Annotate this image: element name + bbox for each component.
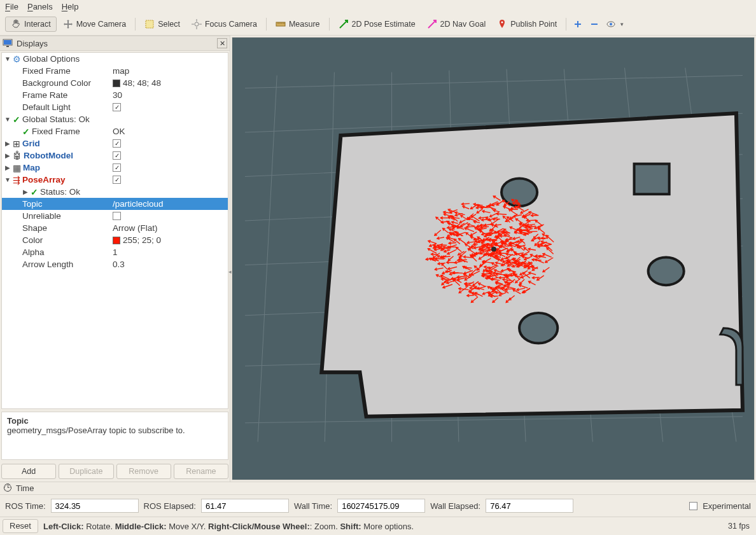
- displays-panel: Displays ✕ ▼⚙ Global Options Fixed Frame…: [0, 36, 230, 482]
- color-value: 255; 25; 0: [123, 235, 161, 245]
- tree-arrow-length[interactable]: Arrow Length 0.3: [2, 258, 228, 270]
- tree-fixed-frame-status[interactable]: ✓ Fixed Frame OK: [2, 125, 228, 137]
- gear-icon: ⚙: [13, 54, 21, 64]
- displays-title: Displays: [17, 39, 48, 48]
- menu-file[interactable]: File: [5, 2, 18, 11]
- displays-tree[interactable]: ▼⚙ Global Options Fixed Frame map Backgr…: [1, 52, 228, 409]
- ros-elapsed-field[interactable]: [201, 499, 289, 513]
- add-button[interactable]: Add: [1, 464, 56, 479]
- svg-line-16: [245, 417, 743, 423]
- publish-point-button[interactable]: Publish Point: [492, 17, 562, 31]
- tree-map[interactable]: ▶▦ Map ✓: [2, 162, 228, 174]
- svg-line-17: [258, 76, 277, 442]
- posearray-checkbox[interactable]: ✓: [113, 176, 121, 184]
- svg-point-28: [648, 258, 684, 286]
- tree-posearray[interactable]: ▼⇶ PoseArray ✓: [2, 174, 228, 186]
- monitor-icon: [3, 38, 13, 48]
- pink-arrow-icon: [427, 19, 437, 29]
- tree-unreliable[interactable]: Unreliable: [2, 210, 228, 222]
- wall-time-field[interactable]: [337, 499, 425, 513]
- measure-label: Measure: [289, 20, 320, 29]
- robot-checkbox[interactable]: ✓: [113, 151, 121, 160]
- topic-value: /particlecloud: [113, 199, 228, 209]
- view-dropdown-button[interactable]: ▼: [603, 17, 627, 31]
- move-camera-icon: [63, 19, 73, 29]
- ros-elapsed-label: ROS Elapsed:: [144, 501, 196, 511]
- svg-rect-8: [6, 46, 9, 47]
- experimental-checkbox[interactable]: [689, 502, 697, 510]
- nav-goal-button[interactable]: 2D Nav Goal: [422, 17, 491, 31]
- svg-point-5: [610, 23, 612, 25]
- color-swatch: [113, 237, 120, 244]
- arrow-len-value: 0.3: [113, 260, 228, 269]
- minus-icon: [589, 19, 599, 29]
- tree-default-light[interactable]: Default Light ✓: [2, 101, 228, 113]
- menu-panels[interactable]: Panels: [27, 2, 53, 11]
- target-icon: [192, 19, 202, 29]
- move-camera-button[interactable]: Move Camera: [58, 17, 132, 31]
- interact-button[interactable]: Interact: [5, 17, 57, 32]
- grid-checkbox[interactable]: ✓: [113, 139, 121, 148]
- wall-elapsed-field[interactable]: [486, 499, 573, 513]
- tree-robotmodel[interactable]: ▶🤖︎ RobotModel ✓: [2, 149, 228, 162]
- default-light-checkbox[interactable]: ✓: [113, 103, 121, 111]
- tree-bg-color[interactable]: Background Color 48; 48; 48: [2, 77, 228, 89]
- svg-point-26: [501, 178, 537, 206]
- measure-button[interactable]: Measure: [270, 17, 325, 31]
- svg-rect-7: [4, 40, 11, 45]
- tree-grid[interactable]: ▶⊞ Grid ✓: [2, 137, 228, 149]
- clock-icon: 🕒︎: [4, 483, 12, 493]
- ros-time-label: ROS Time:: [5, 501, 46, 511]
- chevron-down-icon: ▼: [619, 22, 624, 27]
- tree-global-options[interactable]: ▼⚙ Global Options: [2, 53, 228, 65]
- pose-estimate-label: 2D Pose Estimate: [352, 20, 416, 29]
- desc-body: geometry_msgs/PoseArray topic to subscri…: [7, 426, 223, 435]
- fps: 31 fps: [728, 522, 753, 531]
- toolbar-sep: [135, 18, 136, 31]
- fixed-frame-value: map: [113, 66, 228, 76]
- svg-rect-0: [146, 20, 153, 28]
- toolbar-sep: [566, 18, 566, 31]
- time-panel: 🕒︎ Time ROS Time: ROS Elapsed: Wall Time…: [0, 482, 756, 517]
- unreliable-checkbox[interactable]: [113, 212, 121, 220]
- toolbar-sep: [329, 18, 330, 31]
- rename-button[interactable]: Rename: [174, 464, 228, 479]
- robot-icon: 🤖︎: [13, 151, 22, 160]
- ros-time-field[interactable]: [51, 499, 139, 513]
- alpha-value: 1: [113, 247, 228, 257]
- reset-button[interactable]: Reset: [3, 519, 38, 533]
- pose-estimate-button[interactable]: 2D Pose Estimate: [333, 17, 421, 31]
- 3d-viewport[interactable]: [232, 37, 755, 480]
- wall-elapsed-label: Wall Elapsed:: [430, 501, 480, 511]
- nav-goal-label: 2D Nav Goal: [440, 20, 486, 29]
- frame-rate-value: 30: [113, 90, 228, 100]
- svg-point-3: [501, 22, 503, 24]
- check-icon: ✓: [13, 115, 20, 125]
- tree-global-status[interactable]: ▼✓ Global Status: Ok: [2, 113, 228, 125]
- experimental-label: Experimental: [703, 501, 751, 511]
- select-label: Select: [158, 20, 180, 29]
- tree-fixed-frame[interactable]: Fixed Frame map: [2, 65, 228, 77]
- status-hints: Left-Click: Rotate. Middle-Click: Move X…: [43, 522, 723, 531]
- interact-label: Interact: [24, 20, 51, 29]
- tree-color[interactable]: Color 255; 25; 0: [2, 234, 228, 246]
- tree-shape[interactable]: Shape Arrow (Flat): [2, 222, 228, 234]
- focus-camera-button[interactable]: Focus Camera: [186, 17, 262, 31]
- remove-button[interactable]: Remove: [116, 464, 171, 479]
- tree-topic-row[interactable]: Topic /particlecloud: [2, 198, 228, 210]
- tree-alpha[interactable]: Alpha 1: [2, 246, 228, 258]
- select-button[interactable]: Select: [139, 17, 185, 31]
- check-icon: ✓: [31, 187, 38, 197]
- hand-icon: [11, 19, 21, 29]
- map-checkbox[interactable]: ✓: [113, 163, 121, 172]
- map-icon: ▦: [13, 163, 21, 173]
- tree-frame-rate[interactable]: Frame Rate 30: [2, 89, 228, 101]
- menu-help[interactable]: Help: [62, 2, 79, 11]
- add-display-plus-button[interactable]: [570, 17, 585, 31]
- duplicate-button[interactable]: Duplicate: [59, 464, 113, 479]
- remove-display-minus-button[interactable]: [587, 17, 602, 31]
- posearray-icon: ⇶: [13, 175, 20, 185]
- tree-posearray-status[interactable]: ▶✓ Status: Ok: [2, 186, 228, 198]
- close-panel-button[interactable]: ✕: [217, 38, 227, 48]
- move-camera-label: Move Camera: [76, 20, 127, 29]
